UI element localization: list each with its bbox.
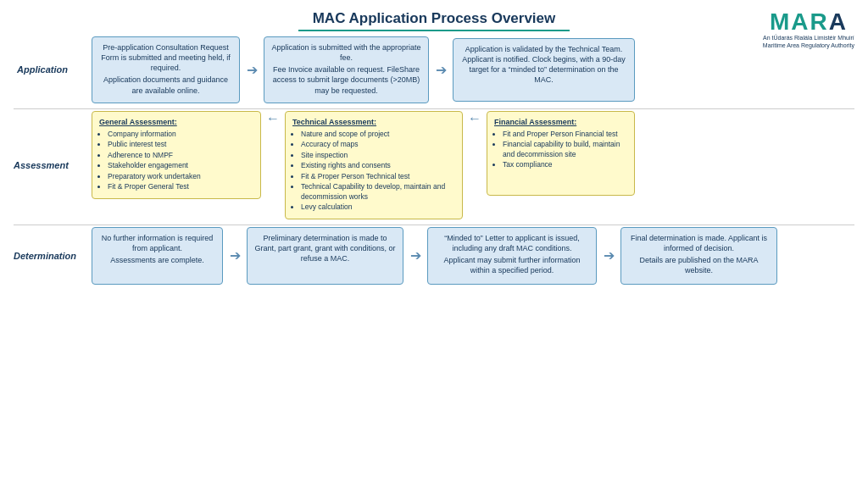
assess-box-financial: Financial Assessment: Fit and Proper Per… [487,111,635,196]
mara-logo: MARA [763,10,854,34]
assessment-label: Assessment [14,160,75,170]
logo-wrap: MARA An tÚdarás Rialála Limistéir Mhuirí… [763,10,854,49]
technical-assessment-title: Technical Assessment: [292,117,455,127]
app-box-2: Application is submitted with the approp… [264,36,429,103]
page-wrapper: MAC Application Process Overview MARA An… [0,0,868,488]
det-arrow-2: ➔ [403,247,427,263]
main-content: Application Pre-application Consultation… [14,36,854,288]
det-arrow-3: ➔ [597,247,620,263]
assess-box-technical: Technical Assessment: Nature and scope o… [285,111,463,219]
arrow-2: ➔ [429,62,453,78]
app-box-3: Application is validated by the Technica… [453,38,635,102]
determination-boxes: No further information is required from … [75,227,854,285]
assessment-boxes: General Assessment: Company information … [75,111,854,219]
financial-assessment-list: Fit and Proper Person Financial test Fin… [494,130,627,170]
divider-1 [14,108,854,109]
det-box-1: No further information is required from … [92,227,223,285]
arrow-1: ➔ [240,62,264,78]
header: MAC Application Process Overview MARA An… [14,10,854,31]
header-underline [298,30,570,31]
financial-assessment-title: Financial Assessment: [494,117,627,127]
determination-row: Determination No further information is … [14,227,854,285]
det-box-4: Final determination is made. Applicant i… [620,227,777,285]
determination-label: Determination [14,251,75,261]
det-box-2: Preliminary determination is made to Gra… [247,227,403,285]
assess-arrow-left-2: ← [463,111,487,126]
divider-2 [14,225,854,225]
general-assessment-title: General Assessment: [99,117,253,127]
app-box-1: Pre-application Consultation Request For… [92,36,240,103]
logo-subtitle: An tÚdarás Rialála Limistéir Mhuirí Mari… [763,34,854,49]
header-title-wrap: MAC Application Process Overview [14,10,854,31]
assessment-row: Assessment General Assessment: Company i… [14,111,854,219]
det-arrow-1: ➔ [223,247,247,263]
det-box-3: “Minded to” Letter to applicant is issue… [427,227,597,285]
application-label: Application [14,64,75,75]
technical-assessment-list: Nature and scope of project Accuracy of … [292,130,455,213]
application-row: Application Pre-application Consultation… [14,36,854,103]
page-title: MAC Application Process Overview [14,10,854,27]
assess-box-general: General Assessment: Company information … [92,111,261,199]
general-assessment-list: Company information Public interest test… [99,130,253,192]
assess-arrow-left-1: ← [261,111,285,126]
application-boxes: Pre-application Consultation Request For… [75,36,854,103]
